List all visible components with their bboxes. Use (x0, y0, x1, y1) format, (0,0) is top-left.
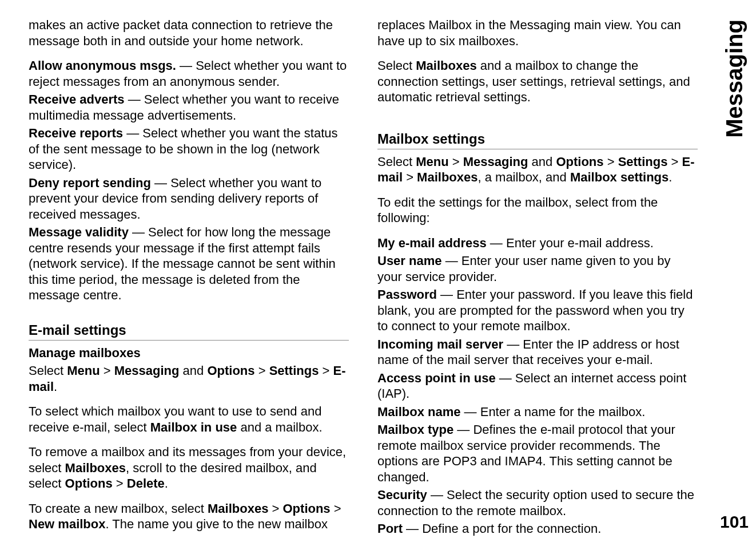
text: and (528, 155, 556, 169)
setting-label: Receive adverts (29, 92, 125, 106)
text: > (667, 155, 682, 169)
setting-item: Mailbox name — Enter a name for the mail… (377, 404, 698, 420)
menu-step: Mailbox settings (570, 170, 669, 184)
text: Select (377, 58, 416, 73)
setting-label: Deny report sending (29, 176, 151, 190)
text: Select (29, 363, 67, 378)
right-column: replaces Mailbox in the Messaging main v… (377, 17, 698, 529)
menu-step: Menu (67, 363, 100, 378)
text: . (165, 476, 168, 490)
setting-item: My e-mail address — Enter your e-mail ad… (377, 235, 698, 251)
text: > (268, 501, 282, 516)
menu-step: Menu (416, 155, 448, 169)
setting-label: Allow anonymous msgs. (29, 58, 176, 73)
text: > (255, 363, 269, 378)
setting-item: Incoming mail server — Enter the IP addr… (377, 337, 698, 368)
setting-item: Message validity — Select for how long t… (29, 224, 349, 303)
ui-label: New mailbox (29, 517, 105, 531)
text: and a mailbox. (237, 420, 322, 434)
setting-label: Password (377, 287, 437, 302)
text: > (403, 170, 417, 184)
section-heading-email: E-mail settings (29, 322, 349, 341)
text: To create a new mailbox, select (29, 501, 208, 516)
paragraph: To select which mailbox you want to use … (29, 403, 349, 435)
menu-path: Select Menu > Messaging and Options > Se… (377, 154, 698, 185)
paragraph: makes an active packet data connection t… (29, 17, 349, 49)
setting-text: — Define a port for the connection. (403, 521, 601, 536)
menu-step: Messaging (463, 155, 528, 169)
setting-label: Mailbox name (377, 405, 460, 419)
ui-label: Delete (127, 476, 165, 490)
text: > (113, 476, 127, 490)
menu-step: Options (207, 363, 254, 378)
ui-label: Mailboxes (208, 501, 268, 516)
ui-label: Mailboxes (65, 461, 126, 475)
text: . (54, 379, 57, 394)
setting-item: Password — Enter your password. If you l… (377, 287, 698, 334)
section-title-vertical: Messaging (722, 19, 747, 138)
text: and (180, 363, 208, 378)
paragraph: To remove a mailbox and its messages fro… (29, 444, 349, 492)
text: > (449, 155, 463, 169)
setting-label: Port (377, 521, 403, 536)
menu-step: Settings (618, 155, 668, 169)
ui-label: Mailbox in use (150, 420, 237, 434)
setting-label: Receive reports (29, 126, 123, 140)
menu-step: Settings (269, 363, 319, 378)
setting-item: Allow anonymous msgs. — Select whether y… (29, 58, 349, 89)
text: , a mailbox, and (478, 170, 570, 184)
page-number: 101 (720, 512, 749, 532)
setting-text: — Enter your e-mail address. (487, 236, 654, 250)
page-sidebar: Messaging 101 (717, 11, 751, 535)
section-heading-mailbox: Mailbox settings (377, 130, 698, 149)
setting-label: Security (377, 488, 427, 502)
setting-label: Incoming mail server (377, 337, 503, 351)
setting-item: Receive adverts — Select whether you wan… (29, 92, 349, 123)
text: Select (377, 155, 416, 169)
setting-label: Mailbox type (377, 422, 453, 437)
text: > (100, 363, 114, 378)
setting-item: Deny report sending — Select whether you… (29, 175, 349, 223)
menu-step: Messaging (114, 363, 180, 378)
setting-item: Receive reports — Select whether you wan… (29, 125, 349, 173)
menu-step: Options (556, 155, 603, 169)
text: . The name you give to the new mailbox (105, 517, 327, 531)
text: > (331, 501, 341, 516)
menu-path: Select Menu > Messaging and Options > Se… (29, 363, 349, 394)
setting-label: User name (377, 254, 442, 268)
setting-item: Port — Define a port for the connection. (377, 521, 698, 537)
setting-label: Access point in use (377, 371, 496, 385)
text: . (669, 170, 672, 184)
left-column: makes an active packet data connection t… (29, 17, 349, 529)
setting-label: Message validity (29, 225, 129, 239)
paragraph: To edit the settings for the mailbox, se… (377, 195, 698, 226)
menu-step: Mailboxes (417, 170, 478, 184)
ui-label: Options (283, 501, 331, 516)
setting-item: Security — Select the security option us… (377, 487, 698, 519)
setting-text: — Enter a name for the mailbox. (460, 405, 645, 419)
sub-heading-manage: Manage mailboxes (29, 345, 349, 361)
paragraph: To create a new mailbox, select Mailboxe… (29, 501, 349, 532)
setting-item: User name — Enter your user name given t… (377, 253, 698, 284)
setting-item: Access point in use — Select an internet… (377, 370, 698, 402)
paragraph: Select Mailboxes and a mailbox to change… (377, 58, 698, 105)
setting-item: Mailbox type — Defines the e-mail protoc… (377, 422, 698, 485)
text: > (604, 155, 618, 169)
paragraph: replaces Mailbox in the Messaging main v… (377, 17, 698, 49)
document-page: makes an active packet data connection t… (0, 0, 756, 546)
ui-label: Mailboxes (416, 58, 476, 73)
text: > (319, 363, 333, 378)
ui-label: Options (65, 476, 113, 490)
setting-label: My e-mail address (377, 236, 487, 250)
